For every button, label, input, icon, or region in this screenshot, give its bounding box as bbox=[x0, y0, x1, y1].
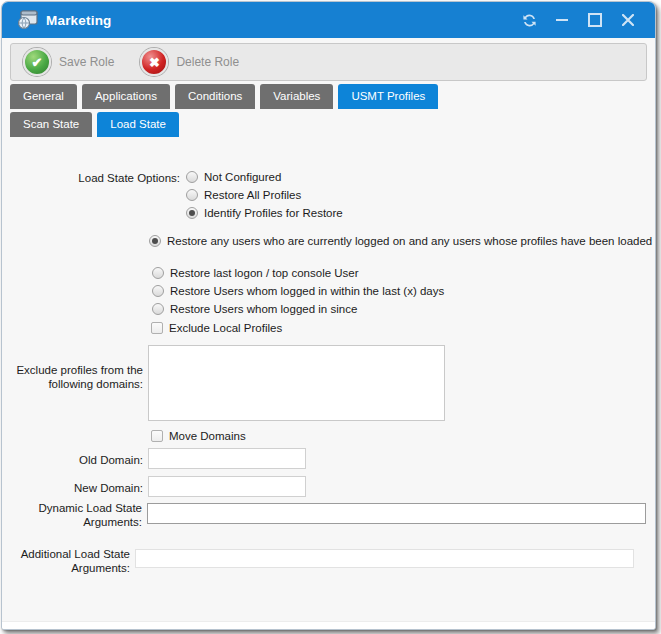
checkbox-label: Move Domains bbox=[169, 430, 246, 442]
load-state-form: Load State Options: Not Configured Resto… bbox=[2, 142, 655, 629]
tab-scan-state[interactable]: Scan State bbox=[10, 112, 92, 137]
window-footer bbox=[2, 621, 655, 629]
delete-role-label: Delete Role bbox=[176, 55, 239, 69]
radio-option-last-logon[interactable]: Restore last logon / top console User bbox=[152, 264, 359, 281]
window-title: Marketing bbox=[46, 13, 112, 28]
exclude-local-profiles-checkbox[interactable]: Exclude Local Profiles bbox=[151, 319, 282, 336]
radio-label: Restore Users whom logged in since bbox=[170, 303, 357, 315]
old-domain-input[interactable] bbox=[148, 448, 306, 469]
refresh-icon bbox=[522, 13, 537, 28]
move-domains-checkbox[interactable]: Move Domains bbox=[151, 427, 246, 444]
radio-label: Restore All Profiles bbox=[204, 189, 301, 201]
maximize-icon bbox=[588, 13, 602, 27]
main-tabs: General Applications Conditions Variable… bbox=[10, 84, 438, 109]
titlebar: Marketing bbox=[2, 2, 655, 38]
radio-label: Identify Profiles for Restore bbox=[204, 207, 343, 219]
tab-load-state[interactable]: Load State bbox=[97, 112, 179, 137]
check-circle-icon: ✔ bbox=[23, 48, 51, 76]
radio-label: Restore any users who are currently logg… bbox=[167, 235, 652, 247]
checkbox-icon bbox=[151, 322, 163, 334]
minimize-icon bbox=[556, 19, 568, 21]
checkbox-label: Exclude Local Profiles bbox=[169, 322, 282, 334]
save-role-button[interactable]: ✔ Save Role bbox=[23, 48, 114, 76]
window-controls bbox=[520, 11, 655, 29]
tab-general[interactable]: General bbox=[10, 84, 77, 109]
close-icon bbox=[622, 14, 634, 26]
radio-option-not-configured[interactable]: Not Configured bbox=[186, 168, 281, 185]
tab-conditions[interactable]: Conditions bbox=[175, 84, 255, 109]
dynamic-args-label: Dynamic Load State Arguments: bbox=[2, 501, 142, 529]
radio-icon bbox=[186, 171, 198, 183]
old-domain-label: Old Domain: bbox=[2, 453, 143, 467]
radio-label: Restore last logon / top console User bbox=[170, 267, 359, 279]
save-role-label: Save Role bbox=[59, 55, 114, 69]
radio-option-restore-logged-on-users[interactable]: Restore any users who are currently logg… bbox=[149, 233, 656, 249]
checkbox-icon bbox=[151, 430, 163, 442]
toolbar: ✔ Save Role ✖ Delete Role bbox=[10, 43, 647, 81]
radio-icon bbox=[152, 285, 164, 297]
radio-option-identify-profiles[interactable]: Identify Profiles for Restore bbox=[186, 204, 343, 221]
new-domain-label: New Domain: bbox=[2, 481, 143, 495]
dynamic-load-state-arguments-input[interactable] bbox=[147, 503, 646, 524]
delete-role-button[interactable]: ✖ Delete Role bbox=[140, 48, 239, 76]
radio-label: Restore Users whom logged in within the … bbox=[170, 285, 444, 297]
radio-icon bbox=[152, 267, 164, 279]
additional-args-label: Additional Load State Arguments: bbox=[2, 547, 130, 575]
close-button[interactable] bbox=[619, 11, 637, 29]
radio-label: Not Configured bbox=[204, 171, 281, 183]
app-box-globe-icon bbox=[16, 10, 38, 30]
exclude-domains-label: Exclude profiles from the following doma… bbox=[2, 363, 143, 391]
usmt-sub-tabs: Scan State Load State bbox=[10, 112, 179, 137]
radio-option-restore-all-profiles[interactable]: Restore All Profiles bbox=[186, 186, 301, 203]
radio-icon bbox=[186, 207, 198, 219]
new-domain-input[interactable] bbox=[148, 476, 306, 497]
x-circle-icon: ✖ bbox=[140, 48, 168, 76]
refresh-button[interactable] bbox=[520, 11, 538, 29]
radio-option-logged-in-since[interactable]: Restore Users whom logged in since bbox=[152, 300, 357, 317]
radio-icon bbox=[186, 189, 198, 201]
minimize-button[interactable] bbox=[553, 11, 571, 29]
radio-icon bbox=[152, 303, 164, 315]
exclude-domains-textarea[interactable] bbox=[148, 345, 445, 421]
tab-applications[interactable]: Applications bbox=[82, 84, 170, 109]
load-state-options-label: Load State Options: bbox=[2, 171, 180, 185]
marketing-window: Marketing ✔ Save Rol bbox=[1, 1, 656, 630]
maximize-button[interactable] bbox=[586, 11, 604, 29]
radio-icon bbox=[149, 235, 161, 247]
tab-usmt-profiles[interactable]: USMT Profiles bbox=[338, 84, 438, 109]
radio-option-last-x-days[interactable]: Restore Users whom logged in within the … bbox=[152, 282, 444, 299]
additional-load-state-arguments-input[interactable] bbox=[135, 549, 634, 568]
tab-variables[interactable]: Variables bbox=[260, 84, 333, 109]
